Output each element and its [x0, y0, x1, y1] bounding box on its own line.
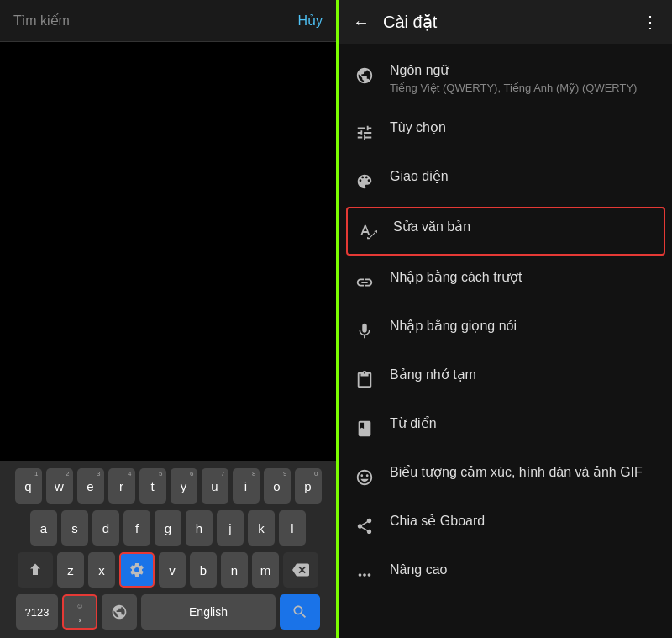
advanced-content: Nâng cao: [390, 562, 659, 579]
settings-header: ← Cài đặt ⋮: [339, 0, 672, 44]
clipboard-content: Bảng nhớ tạm: [390, 366, 659, 384]
key-y[interactable]: y6: [171, 468, 197, 504]
settings-item-advanced[interactable]: Nâng cao: [339, 550, 672, 598]
key-a[interactable]: a: [30, 510, 57, 546]
emoji-title: Biểu tượng cảm xúc, hình dán và ảnh GIF: [390, 464, 659, 482]
backspace-key[interactable]: [283, 552, 318, 588]
settings-key[interactable]: [119, 552, 155, 588]
mic-icon: [353, 319, 376, 343]
dictionary-title: Từ điển: [390, 415, 659, 433]
settings-list: Ngôn ngữ Tiếng Việt (QWERTY), Tiếng Anh …: [339, 44, 672, 605]
key-m[interactable]: m: [252, 552, 279, 588]
key-t[interactable]: t5: [139, 468, 166, 504]
globe-icon: [353, 64, 376, 87]
settings-item-preferences[interactable]: Tùy chọn: [339, 108, 672, 156]
share-title: Chia sẻ Gboard: [390, 513, 659, 530]
search-bar: Tìm kiếm Hủy: [0, 0, 336, 42]
key-r[interactable]: r4: [108, 468, 135, 504]
preferences-title: Tùy chọn: [390, 119, 659, 137]
key-f[interactable]: f: [123, 510, 150, 546]
key-j[interactable]: j: [217, 510, 244, 546]
key-g[interactable]: g: [155, 510, 181, 546]
emoji-icon: [353, 466, 376, 489]
language-subtitle: Tiếng Việt (QWERTY), Tiếng Anh (Mỹ) (QWE…: [390, 82, 659, 96]
settings-item-text-correction[interactable]: Sửa văn bản: [346, 207, 665, 256]
key-n[interactable]: n: [221, 552, 248, 588]
preferences-content: Tùy chọn: [390, 119, 659, 137]
key-l[interactable]: l: [279, 510, 306, 546]
key-d[interactable]: d: [92, 510, 119, 546]
right-panel: ← Cài đặt ⋮ Ngôn ngữ Tiếng Việt (QWERTY)…: [339, 0, 672, 638]
text-correction-content: Sửa văn bản: [393, 219, 655, 236]
key-w[interactable]: w2: [46, 468, 73, 504]
globe-key[interactable]: [102, 594, 137, 630]
settings-item-theme[interactable]: Giao diện: [339, 156, 672, 205]
keyboard: q1 w2 e3 r4 t5 y6 u7 i8 o9 p0 a s d f g …: [0, 461, 336, 638]
key-i[interactable]: i8: [233, 468, 260, 504]
glide-title: Nhập bằng cách trượt: [390, 269, 659, 287]
palette-icon: [353, 170, 376, 193]
num-key[interactable]: ?123: [16, 594, 58, 630]
key-v[interactable]: v: [159, 552, 186, 588]
keyboard-row-3: z x v b n m: [3, 552, 333, 588]
key-b[interactable]: b: [190, 552, 217, 588]
key-s[interactable]: s: [61, 510, 88, 546]
key-o[interactable]: o9: [264, 468, 291, 504]
back-button[interactable]: ←: [353, 13, 370, 32]
key-x[interactable]: x: [88, 552, 115, 588]
settings-title: Cài đặt: [383, 12, 628, 32]
cancel-button[interactable]: Hủy: [297, 13, 323, 29]
emoji-content: Biểu tượng cảm xúc, hình dán và ảnh GIF: [390, 464, 659, 482]
keyboard-bottom-row: ?123 ☺ , English: [3, 594, 333, 630]
settings-item-voice[interactable]: Nhập bằng giọng nói: [339, 306, 672, 355]
settings-item-emoji[interactable]: Biểu tượng cảm xúc, hình dán và ảnh GIF: [339, 452, 672, 501]
voice-title: Nhập bằng giọng nói: [390, 318, 659, 335]
space-key[interactable]: English: [141, 594, 276, 630]
settings-item-glide[interactable]: Nhập bằng cách trượt: [339, 257, 672, 306]
clipboard-icon: [353, 368, 376, 392]
more-options-button[interactable]: ⋮: [642, 12, 659, 32]
key-q[interactable]: q1: [15, 468, 42, 504]
key-e[interactable]: e3: [77, 468, 104, 504]
left-panel: Tìm kiếm Hủy q1 w2 e3 r4 t5 y6 u7 i8 o9 …: [0, 0, 336, 638]
advanced-title: Nâng cao: [390, 562, 659, 579]
settings-item-dictionary[interactable]: Từ điển: [339, 403, 672, 452]
settings-item-share[interactable]: Chia sẻ Gboard: [339, 501, 672, 550]
theme-content: Giao diện: [390, 168, 659, 186]
glide-content: Nhập bằng cách trượt: [390, 269, 659, 287]
key-u[interactable]: u7: [202, 468, 228, 504]
share-content: Chia sẻ Gboard: [390, 513, 659, 530]
key-p[interactable]: p0: [295, 468, 322, 504]
key-h[interactable]: h: [186, 510, 213, 546]
comma-key[interactable]: ☺ ,: [62, 594, 97, 630]
settings-item-language[interactable]: Ngôn ngữ Tiếng Việt (QWERTY), Tiếng Anh …: [339, 50, 672, 108]
key-z[interactable]: z: [57, 552, 84, 588]
language-title: Ngôn ngữ: [390, 62, 659, 80]
theme-title: Giao diện: [390, 168, 659, 186]
dictionary-content: Từ điển: [390, 415, 659, 433]
search-results-area: [0, 42, 336, 461]
clipboard-title: Bảng nhớ tạm: [390, 366, 659, 384]
share-icon: [353, 514, 376, 538]
advanced-icon: [353, 563, 376, 587]
text-correction-title: Sửa văn bản: [393, 219, 655, 236]
search-placeholder: Tìm kiếm: [13, 13, 70, 29]
text-correction-icon: [356, 220, 380, 244]
glide-icon: [353, 271, 376, 294]
settings-item-clipboard[interactable]: Bảng nhớ tạm: [339, 355, 672, 403]
keyboard-row-1: q1 w2 e3 r4 t5 y6 u7 i8 o9 p0: [3, 468, 333, 504]
keyboard-row-2: a s d f g h j k l: [3, 510, 333, 546]
voice-content: Nhập bằng giọng nói: [390, 318, 659, 335]
language-content: Ngôn ngữ Tiếng Việt (QWERTY), Tiếng Anh …: [390, 62, 659, 96]
dictionary-icon: [353, 417, 376, 440]
search-key[interactable]: [280, 594, 320, 630]
sliders-icon: [353, 121, 376, 145]
key-k[interactable]: k: [248, 510, 275, 546]
shift-key[interactable]: [18, 552, 53, 588]
